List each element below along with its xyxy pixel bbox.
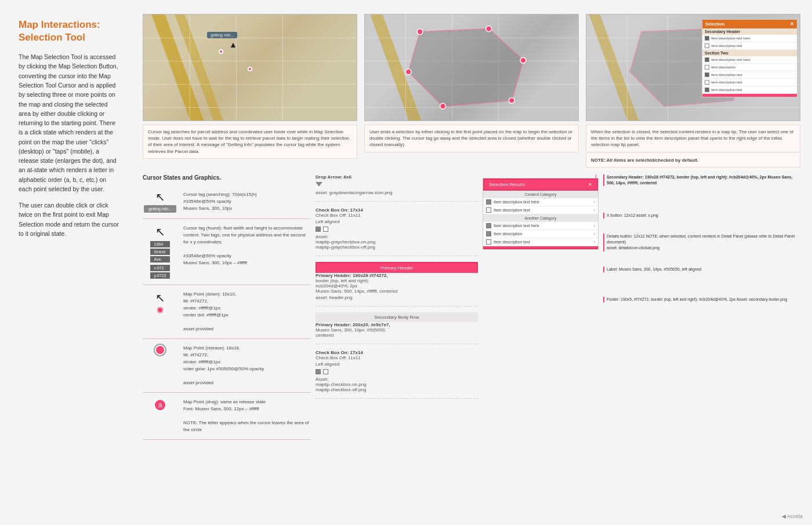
maptip-footer	[483, 246, 598, 249]
cursor-desc-2: Cursor tag (found): fluid width and heig…	[183, 225, 311, 267]
details-button-spec: Details button: 12x12 NOTE: when selecte…	[607, 234, 795, 244]
map-image-1: ▲ getting info...	[143, 14, 357, 121]
cursor-item-2: ↖ 2364 Grand Ave. x:672 y:6723 Cursor ta…	[143, 219, 311, 285]
address-tag: 2364 Grand Ave. x:672 y:6723	[150, 241, 169, 279]
checkbox-spec-2: Check Box On: 17x14 Check Box Off: 11x11…	[316, 350, 478, 399]
checkbox-spec-1: Check Box On: 17x14 Check Box Off: 11x11…	[316, 207, 478, 256]
map-point-release-icon	[155, 345, 165, 355]
maptip-secondary-header: Selection Results ✕	[483, 178, 598, 191]
secondary-header-spec: Secondary Header: 190x28 #f74272, border…	[607, 175, 792, 185]
sidebar-title: Map Interactions:Selection Tool	[19, 19, 119, 44]
cursor-states-title: Cursor States and Graphics.	[143, 174, 311, 181]
cursor-desc-3: Map Point (down): 10x10,fill: #f74272,st…	[183, 291, 236, 333]
checkbox-off-label-2: Check Box Off: 11x11	[316, 355, 478, 360]
drop-arrow-label: Drop Arrow: 8x6	[316, 174, 478, 180]
branding: ◀ Accela	[782, 513, 803, 519]
details-asset-spec: asset: detailsicon-click/at.png	[607, 246, 659, 250]
getting-info-label: getting info...	[144, 205, 176, 213]
map-image-3: Selection ✕ Secondary Header Item descri…	[586, 14, 800, 121]
right-annotations: Secondary Header: 190x28 #f74272, border…	[603, 174, 800, 305]
primary-header-asset: asset: header.png	[316, 295, 478, 300]
checkbox-on-label-1: Check Box On: 17x14	[316, 207, 478, 213]
primary-header-preview: Primary Header	[316, 262, 478, 273]
cursor-item-5: a Map Point (drag): same as release stat…	[143, 393, 311, 440]
x-button-annotation: X button: 12x12 asset: x.png	[603, 213, 800, 218]
checkbox-off-label-1: Check Box Off: 11x11	[316, 213, 478, 218]
map-box-2: User ends a selection by either clicking…	[364, 14, 579, 167]
secondary-body-detail: Museo Sans, 300, 10px, #505050, centered	[316, 327, 478, 338]
maptip-row-4: Item description ›	[483, 230, 598, 238]
footer-spec: Footer: 190x5, #f74272, border (top, lef…	[607, 297, 787, 301]
annotation-spacer-4	[603, 277, 800, 294]
cursor-desc-4: Map Point (release): 18x18,fill: #f74272…	[183, 345, 264, 387]
maps-row: ▲ getting info... Cursor tag searches fo…	[143, 14, 800, 167]
svg-point-6	[405, 69, 411, 75]
checkbox-preview-1	[316, 227, 478, 232]
sidebar-body: The Map Selection Tool is accessed by cl…	[19, 52, 119, 238]
footer-annotation: Footer: 190x5, #f74272, border (top, lef…	[603, 297, 800, 302]
cursor-panel: Cursor States and Graphics. ↖ getting in…	[143, 174, 311, 440]
sidebar-paragraph-2: The user can double click or click twice…	[19, 200, 119, 238]
map3-panel: Selection ✕ Secondary Header Item descri…	[702, 19, 798, 97]
map-caption-3: When the selection is closed, the select…	[586, 125, 800, 152]
map-point-drag-icon: a	[154, 399, 166, 411]
map-point-down-icon	[157, 307, 163, 313]
map-caption-2: User ends a selection by either clicking…	[364, 125, 579, 152]
svg-point-5	[440, 103, 446, 109]
main-content: ▲ getting info... Cursor tag searches fo…	[133, 0, 812, 525]
primary-header-label: Primary Header: 190x28 #f74272,	[316, 273, 478, 278]
maptip-row-1: Item description text here ›	[483, 198, 598, 206]
maptip-row-2: Item description text ›	[483, 206, 598, 214]
cursor-arrow-down-icon: ↖	[155, 291, 165, 305]
sidebar-paragraph-1: The Map Selection Tool is accessed by cl…	[19, 52, 119, 194]
secondary-body-preview: Secondary Body Row	[316, 312, 478, 322]
cursor-arrow-icon-2: ↖	[155, 225, 165, 239]
cursor-icon-area-5: a	[143, 399, 177, 411]
maptip-body-header: Content Category	[483, 191, 598, 198]
annotation-spacer-2	[603, 223, 800, 231]
drop-arrow-icon	[316, 182, 322, 187]
map-box-3: Selection ✕ Secondary Header Item descri…	[586, 14, 800, 167]
checkbox-asset-2: Asset: maptip-checkbox-on.png maptip-che…	[316, 377, 478, 392]
label-annotation: Label: Museo Sans, 300, 14px, #505050, l…	[603, 267, 800, 272]
cursor-icon-area-2: ↖ 2364 Grand Ave. x:672 y:6723	[143, 225, 177, 279]
map-caption-1: Cursor tag searches for parcel address a…	[143, 125, 357, 159]
maptip-mockup: Selection Results ✕ Content Category Ite…	[483, 178, 599, 250]
right-spec-section: Selection Results ✕ Content Category Ite…	[483, 174, 800, 440]
checkbox-on-preview	[316, 227, 321, 232]
annotation-spacer-3	[603, 256, 800, 264]
svg-point-2	[486, 26, 492, 32]
secondary-body-label: Primary Header: 200x20, #e9e7e7,	[316, 322, 478, 327]
bottom-section: Cursor States and Graphics. ↖ getting in…	[143, 174, 800, 440]
cursor-icon-area-4	[143, 345, 177, 355]
checkbox-asset-1: Asset: maptip-graycheckbox-on.png maptip…	[316, 234, 478, 250]
svg-point-4	[509, 97, 514, 103]
cursor-arrow-icon-1: ↖	[155, 191, 165, 203]
details-button-annotation: Details button: 12x12 NOTE: when selecte…	[603, 234, 800, 251]
maptip-body-header-2: Another Category	[483, 214, 598, 222]
checkbox-align-1: Left aligned	[316, 219, 478, 224]
svg-marker-0	[408, 29, 523, 107]
cursor-item-1: ↖ getting info... Cursor tag (searching)…	[143, 185, 311, 219]
cursor-desc-1: Cursor tag (searching): 70(w)x15(h)#3354…	[183, 191, 257, 212]
checkbox-on-preview-2	[316, 369, 321, 374]
checkbox-align-2: Left aligned	[316, 362, 478, 367]
label-spec: Label: Museo Sans, 300, 14px, #505050, l…	[607, 267, 701, 271]
checkbox-off-preview	[323, 227, 328, 232]
maptip-mockup-container: Selection Results ✕ Content Category Ite…	[483, 174, 599, 253]
maptip-row-3: Item description text here ›	[483, 222, 598, 230]
cursor-icon-area-1: ↖ getting info...	[143, 191, 177, 213]
getting-info-tag: getting info...	[207, 32, 237, 38]
secondary-body-spec: Secondary Body Row Primary Header: 200x2…	[316, 312, 478, 344]
drop-arrow-asset: asset: graydownfacingarrow-icon.png	[316, 190, 478, 195]
cursor-icon-area-3: ↖	[143, 291, 177, 313]
secondary-header-annotation: Secondary Header: 190x28 #f74272, border…	[603, 174, 800, 186]
checkbox-off-preview-2	[323, 369, 328, 374]
map-image-2	[364, 14, 579, 121]
cursor-desc-5: Map Point (drag): same as release stateF…	[183, 399, 311, 433]
sidebar: Map Interactions:Selection Tool The Map …	[0, 0, 133, 525]
svg-point-1	[417, 29, 423, 35]
map-box-1: ▲ getting info... Cursor tag searches fo…	[143, 14, 357, 167]
primary-header-spec: Primary Header Primary Header: 190x28 #f…	[316, 262, 478, 307]
checkbox-preview-2	[316, 369, 478, 374]
